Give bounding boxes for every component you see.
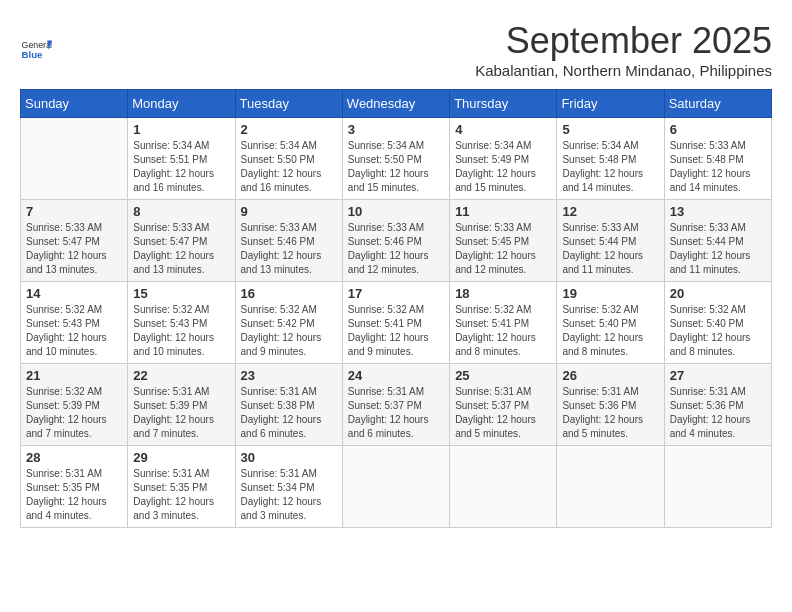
day-number: 14 — [26, 286, 122, 301]
day-number: 30 — [241, 450, 337, 465]
calendar-cell: 6Sunrise: 5:33 AM Sunset: 5:48 PM Daylig… — [664, 118, 771, 200]
day-info: Sunrise: 5:32 AM Sunset: 5:40 PM Dayligh… — [562, 303, 658, 359]
calendar-cell: 21Sunrise: 5:32 AM Sunset: 5:39 PM Dayli… — [21, 364, 128, 446]
weekday-header-friday: Friday — [557, 90, 664, 118]
month-title: September 2025 — [52, 20, 772, 62]
calendar-cell: 25Sunrise: 5:31 AM Sunset: 5:37 PM Dayli… — [450, 364, 557, 446]
day-number: 17 — [348, 286, 444, 301]
calendar-week-1: 1Sunrise: 5:34 AM Sunset: 5:51 PM Daylig… — [21, 118, 772, 200]
day-number: 1 — [133, 122, 229, 137]
day-number: 22 — [133, 368, 229, 383]
calendar-cell: 11Sunrise: 5:33 AM Sunset: 5:45 PM Dayli… — [450, 200, 557, 282]
day-info: Sunrise: 5:31 AM Sunset: 5:37 PM Dayligh… — [348, 385, 444, 441]
calendar-cell: 22Sunrise: 5:31 AM Sunset: 5:39 PM Dayli… — [128, 364, 235, 446]
calendar-cell: 17Sunrise: 5:32 AM Sunset: 5:41 PM Dayli… — [342, 282, 449, 364]
day-number: 13 — [670, 204, 766, 219]
day-info: Sunrise: 5:31 AM Sunset: 5:39 PM Dayligh… — [133, 385, 229, 441]
logo-icon: General Blue — [20, 34, 52, 66]
calendar-cell: 16Sunrise: 5:32 AM Sunset: 5:42 PM Dayli… — [235, 282, 342, 364]
day-number: 4 — [455, 122, 551, 137]
day-info: Sunrise: 5:34 AM Sunset: 5:49 PM Dayligh… — [455, 139, 551, 195]
calendar-cell: 24Sunrise: 5:31 AM Sunset: 5:37 PM Dayli… — [342, 364, 449, 446]
calendar-cell — [342, 446, 449, 528]
day-info: Sunrise: 5:33 AM Sunset: 5:48 PM Dayligh… — [670, 139, 766, 195]
day-number: 2 — [241, 122, 337, 137]
day-number: 23 — [241, 368, 337, 383]
weekday-header-monday: Monday — [128, 90, 235, 118]
calendar-cell: 27Sunrise: 5:31 AM Sunset: 5:36 PM Dayli… — [664, 364, 771, 446]
calendar-cell: 2Sunrise: 5:34 AM Sunset: 5:50 PM Daylig… — [235, 118, 342, 200]
day-number: 9 — [241, 204, 337, 219]
calendar-week-2: 7Sunrise: 5:33 AM Sunset: 5:47 PM Daylig… — [21, 200, 772, 282]
day-info: Sunrise: 5:33 AM Sunset: 5:47 PM Dayligh… — [133, 221, 229, 277]
location-title: Kabalantian, Northern Mindanao, Philippi… — [52, 62, 772, 79]
weekday-header-tuesday: Tuesday — [235, 90, 342, 118]
day-number: 7 — [26, 204, 122, 219]
calendar-cell: 12Sunrise: 5:33 AM Sunset: 5:44 PM Dayli… — [557, 200, 664, 282]
calendar-cell: 30Sunrise: 5:31 AM Sunset: 5:34 PM Dayli… — [235, 446, 342, 528]
day-info: Sunrise: 5:32 AM Sunset: 5:42 PM Dayligh… — [241, 303, 337, 359]
day-info: Sunrise: 5:33 AM Sunset: 5:44 PM Dayligh… — [670, 221, 766, 277]
day-info: Sunrise: 5:32 AM Sunset: 5:41 PM Dayligh… — [455, 303, 551, 359]
day-number: 19 — [562, 286, 658, 301]
calendar-cell — [21, 118, 128, 200]
day-number: 21 — [26, 368, 122, 383]
weekday-header-sunday: Sunday — [21, 90, 128, 118]
day-info: Sunrise: 5:32 AM Sunset: 5:41 PM Dayligh… — [348, 303, 444, 359]
day-info: Sunrise: 5:31 AM Sunset: 5:38 PM Dayligh… — [241, 385, 337, 441]
calendar-week-4: 21Sunrise: 5:32 AM Sunset: 5:39 PM Dayli… — [21, 364, 772, 446]
day-number: 29 — [133, 450, 229, 465]
day-info: Sunrise: 5:32 AM Sunset: 5:43 PM Dayligh… — [133, 303, 229, 359]
day-number: 20 — [670, 286, 766, 301]
day-number: 3 — [348, 122, 444, 137]
day-info: Sunrise: 5:33 AM Sunset: 5:47 PM Dayligh… — [26, 221, 122, 277]
calendar-cell: 8Sunrise: 5:33 AM Sunset: 5:47 PM Daylig… — [128, 200, 235, 282]
day-number: 11 — [455, 204, 551, 219]
weekday-header-wednesday: Wednesday — [342, 90, 449, 118]
day-number: 26 — [562, 368, 658, 383]
calendar-cell: 3Sunrise: 5:34 AM Sunset: 5:50 PM Daylig… — [342, 118, 449, 200]
weekday-header-row: SundayMondayTuesdayWednesdayThursdayFrid… — [21, 90, 772, 118]
day-number: 27 — [670, 368, 766, 383]
calendar-cell: 29Sunrise: 5:31 AM Sunset: 5:35 PM Dayli… — [128, 446, 235, 528]
calendar-cell: 13Sunrise: 5:33 AM Sunset: 5:44 PM Dayli… — [664, 200, 771, 282]
day-info: Sunrise: 5:32 AM Sunset: 5:43 PM Dayligh… — [26, 303, 122, 359]
calendar-cell: 26Sunrise: 5:31 AM Sunset: 5:36 PM Dayli… — [557, 364, 664, 446]
calendar-cell: 28Sunrise: 5:31 AM Sunset: 5:35 PM Dayli… — [21, 446, 128, 528]
calendar-cell: 15Sunrise: 5:32 AM Sunset: 5:43 PM Dayli… — [128, 282, 235, 364]
day-info: Sunrise: 5:34 AM Sunset: 5:50 PM Dayligh… — [241, 139, 337, 195]
day-number: 15 — [133, 286, 229, 301]
day-info: Sunrise: 5:33 AM Sunset: 5:45 PM Dayligh… — [455, 221, 551, 277]
day-number: 8 — [133, 204, 229, 219]
day-info: Sunrise: 5:33 AM Sunset: 5:46 PM Dayligh… — [241, 221, 337, 277]
day-info: Sunrise: 5:31 AM Sunset: 5:36 PM Dayligh… — [670, 385, 766, 441]
day-info: Sunrise: 5:32 AM Sunset: 5:40 PM Dayligh… — [670, 303, 766, 359]
calendar-cell: 9Sunrise: 5:33 AM Sunset: 5:46 PM Daylig… — [235, 200, 342, 282]
calendar: SundayMondayTuesdayWednesdayThursdayFrid… — [20, 89, 772, 528]
calendar-cell: 4Sunrise: 5:34 AM Sunset: 5:49 PM Daylig… — [450, 118, 557, 200]
day-info: Sunrise: 5:34 AM Sunset: 5:51 PM Dayligh… — [133, 139, 229, 195]
calendar-cell: 23Sunrise: 5:31 AM Sunset: 5:38 PM Dayli… — [235, 364, 342, 446]
day-number: 24 — [348, 368, 444, 383]
day-info: Sunrise: 5:31 AM Sunset: 5:34 PM Dayligh… — [241, 467, 337, 523]
day-info: Sunrise: 5:34 AM Sunset: 5:48 PM Dayligh… — [562, 139, 658, 195]
calendar-cell: 10Sunrise: 5:33 AM Sunset: 5:46 PM Dayli… — [342, 200, 449, 282]
day-info: Sunrise: 5:31 AM Sunset: 5:35 PM Dayligh… — [26, 467, 122, 523]
day-number: 16 — [241, 286, 337, 301]
calendar-cell: 14Sunrise: 5:32 AM Sunset: 5:43 PM Dayli… — [21, 282, 128, 364]
calendar-cell: 1Sunrise: 5:34 AM Sunset: 5:51 PM Daylig… — [128, 118, 235, 200]
calendar-cell: 18Sunrise: 5:32 AM Sunset: 5:41 PM Dayli… — [450, 282, 557, 364]
weekday-header-thursday: Thursday — [450, 90, 557, 118]
day-info: Sunrise: 5:33 AM Sunset: 5:44 PM Dayligh… — [562, 221, 658, 277]
day-info: Sunrise: 5:33 AM Sunset: 5:46 PM Dayligh… — [348, 221, 444, 277]
calendar-cell — [557, 446, 664, 528]
calendar-cell: 19Sunrise: 5:32 AM Sunset: 5:40 PM Dayli… — [557, 282, 664, 364]
calendar-week-3: 14Sunrise: 5:32 AM Sunset: 5:43 PM Dayli… — [21, 282, 772, 364]
calendar-cell: 20Sunrise: 5:32 AM Sunset: 5:40 PM Dayli… — [664, 282, 771, 364]
svg-text:Blue: Blue — [22, 49, 43, 60]
calendar-cell — [450, 446, 557, 528]
day-info: Sunrise: 5:31 AM Sunset: 5:37 PM Dayligh… — [455, 385, 551, 441]
day-info: Sunrise: 5:31 AM Sunset: 5:36 PM Dayligh… — [562, 385, 658, 441]
day-number: 28 — [26, 450, 122, 465]
logo: General Blue — [20, 34, 52, 66]
